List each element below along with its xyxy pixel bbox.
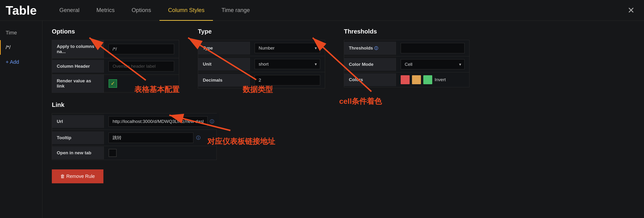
type-title: Type [198,28,325,35]
form-row-type: TypeNumberStringDate [198,40,325,56]
top-bar: Table GeneralMetricsOptionsColumn Styles… [0,0,644,21]
form-row-thresholds: Thresholds ⓘ [344,40,470,56]
form-value-type: NumberStringDate [250,40,325,56]
annotation-thresholds: cell条件着色 [339,96,382,107]
url-info-icon[interactable]: ⓘ [210,119,214,124]
form-row-colors: ColorsInvert [344,72,470,87]
content-area: Options Apply to columns na...Column Hea… [42,21,644,218]
select-unit[interactable]: shortlongnone [255,59,320,69]
tab-time-range[interactable]: Time range [213,0,258,21]
form-value-colors: Invert [396,72,469,87]
form-label-color-mode: Color Mode [344,58,396,71]
type-section: Type TypeNumberStringDateUnitshortlongno… [198,28,325,88]
select-color-mode[interactable]: CellRowDisabled [401,59,464,69]
close-button[interactable]: ✕ [628,6,634,15]
form-value-apply-to-columns [104,41,179,57]
form-value-render-value-as-link: ✓ [104,76,179,91]
thresholds-help-icon[interactable]: ⓘ [374,46,378,50]
main-content: Time/*/ + Add Options Apply to columns n… [0,21,644,218]
url-value-wrapper: ⓘ [108,116,214,127]
form-label-column-header: Column Header [52,60,104,73]
type-form: TypeNumberStringDateUnitshortlongnoneDec… [198,40,325,88]
color-swatch-0[interactable] [401,75,410,84]
input-decimals[interactable] [255,75,320,85]
annotation-url: 对应仪表板链接地址 [207,136,275,147]
select-wrapper-unit: shortlongnone [255,59,320,69]
form-row-color-mode: Color ModeCellRowDisabled [344,56,470,72]
form-label-url: Url [52,115,104,128]
form-row-decimals: Decimals [198,72,325,88]
form-label-unit: Unit [198,58,250,71]
form-value-url: ⓘ [104,113,219,130]
thresholds-form: Thresholds ⓘColor ModeCellRowDisabledCol… [344,40,470,87]
tab-options[interactable]: Options [123,0,160,21]
options-title: Options [52,28,179,35]
input-apply-to-columns[interactable] [108,44,174,54]
checkbox-render-value-as-link[interactable]: ✓ [108,79,117,88]
thresholds-title: Thresholds [344,28,470,35]
color-swatch-2[interactable] [423,75,432,84]
form-label-apply-to-columns: Apply to columns na... [52,40,104,58]
form-label-tooltip: Tooltip [52,131,104,144]
select-type[interactable]: NumberStringDate [255,43,320,53]
form-value-tooltip: ⓘ [104,130,216,146]
form-value-thresholds [396,40,469,56]
form-row-unit: Unitshortlongnone [198,56,325,72]
input-column-header[interactable] [108,61,174,72]
form-label-render-value-as-link: Render value as link [52,75,104,93]
form-value-decimals [250,72,325,88]
options-form: Apply to columns na...Column HeaderRende… [52,40,179,93]
link-section: Link UrlⓘTooltipⓘOpen in new tab [52,101,217,160]
sidebar-add-button[interactable]: + Add [0,55,42,69]
input-thresholds[interactable] [401,43,464,53]
colors-wrapper: Invert [401,75,446,84]
form-value-color-mode: CellRowDisabled [396,56,469,72]
link-form: UrlⓘTooltipⓘOpen in new tab [52,113,217,160]
tab-general[interactable]: General [51,0,88,21]
form-row-column-header: Column Header [52,58,179,74]
input-url[interactable] [108,116,208,127]
form-value-column-header [104,58,179,74]
sidebar: Time/*/ + Add [0,21,42,218]
form-value-open-in-new-tab [104,146,216,160]
tab-metrics[interactable]: Metrics [88,0,123,21]
color-swatch-1[interactable] [412,75,421,84]
form-row-render-value-as-link: Render value as link✓ [52,74,179,93]
form-label-thresholds: Thresholds ⓘ [344,42,396,55]
tab-column-styles[interactable]: Column Styles [160,0,213,21]
form-row-open-in-new-tab: Open in new tab [52,146,217,160]
sections-row: Options Apply to columns na...Column Hea… [52,28,634,93]
remove-rule-label: 🗑 Remove Rule [60,174,95,179]
remove-rule-button[interactable]: 🗑 Remove Rule [52,169,104,183]
link-title: Link [52,101,217,109]
invert-label[interactable]: Invert [434,77,446,82]
form-value-unit: shortlongnone [250,56,325,72]
sidebar-item-time[interactable]: Time [0,26,42,40]
options-section: Options Apply to columns na...Column Hea… [52,28,179,93]
tabs-nav: GeneralMetricsOptionsColumn StylesTime r… [51,0,258,21]
tooltip-info-icon[interactable]: ⓘ [196,135,200,141]
form-label-type: Type [198,42,250,55]
form-row-url: Urlⓘ [52,113,217,130]
app-title: Table [6,3,37,18]
form-label-colors: Colors [344,73,396,86]
checkbox-open-in-new-tab[interactable] [108,149,116,157]
form-row-apply-to-columns: Apply to columns na... [52,40,179,58]
input-tooltip[interactable] [108,133,194,143]
select-wrapper-type: NumberStringDate [255,43,320,53]
thresholds-section: Thresholds Thresholds ⓘColor ModeCellRow… [344,28,470,87]
select-wrapper-color-mode: CellRowDisabled [401,59,464,69]
form-row-tooltip: Tooltipⓘ [52,130,217,146]
form-label-decimals: Decimals [198,74,250,87]
sidebar-item-star[interactable]: /*/ [0,40,42,55]
form-label-open-in-new-tab: Open in new tab [52,146,104,159]
